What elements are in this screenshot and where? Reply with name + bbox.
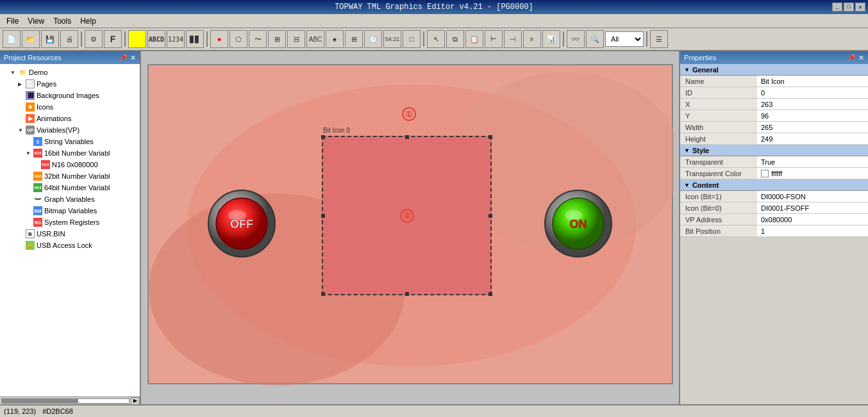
minimize-button[interactable]: _	[832, 3, 842, 12]
selected-element[interactable]: Bit Icon 0 ②	[322, 136, 492, 295]
menu-help[interactable]: Help	[76, 15, 100, 27]
grid2-tool[interactable]: ⊟	[287, 30, 305, 48]
menu-file[interactable]: File	[3, 15, 22, 27]
cursor-tool[interactable]: ↖	[427, 30, 445, 48]
handle-mr[interactable]	[488, 214, 492, 218]
scroll-right[interactable]: ▶	[131, 397, 140, 405]
panel-scrollbar[interactable]: ▶	[0, 397, 140, 404]
number-btn[interactable]: 1234	[167, 30, 185, 48]
tree-item-graphvars[interactable]: 〰 Graph Variables	[0, 193, 140, 205]
prop-width-value[interactable]: 265	[757, 122, 868, 133]
clock-tool[interactable]: 🕐	[364, 30, 382, 48]
paste-tool[interactable]: 📋	[465, 30, 483, 48]
copy-tool[interactable]: ⧉	[446, 30, 464, 48]
prop-name-value[interactable]: Bit Icon	[757, 76, 868, 86]
tree-label-bmpvars: Bitmap Variables	[44, 207, 97, 215]
close-props-icon[interactable]: ✕	[858, 54, 864, 62]
section-style[interactable]: ▼ Style	[680, 145, 868, 156]
print-button[interactable]: 🖨	[60, 30, 78, 48]
arrow-style: ▼	[684, 147, 690, 154]
handle-bm[interactable]	[405, 292, 409, 296]
tree-item-icons[interactable]: ★ Icons	[0, 101, 140, 113]
new-button[interactable]: 📄	[3, 30, 21, 48]
pin-props-icon[interactable]: 📌	[847, 54, 856, 62]
handle-ml[interactable]	[321, 214, 325, 218]
tree-item-n16sub[interactable]: N16 N16 0x080000	[0, 159, 140, 170]
section-general[interactable]: ▼ General	[680, 64, 868, 76]
tree-label-n16vars: 16bit Number Variabl	[44, 149, 110, 157]
color-btn[interactable]	[128, 30, 146, 48]
usb-icon: 🔒	[26, 241, 35, 250]
poly-tool[interactable]: ⬠	[230, 30, 247, 48]
annotation-2: ②	[400, 209, 414, 223]
page-select[interactable]: All	[605, 31, 644, 47]
prop-y-value[interactable]: 96	[757, 110, 868, 121]
prop-x-label: X	[680, 99, 757, 110]
rect-tool[interactable]: □	[403, 30, 421, 48]
canvas[interactable]: ① Bit Icon 0 ②	[147, 64, 673, 384]
text-btn[interactable]: ABCD	[147, 30, 165, 48]
section-content[interactable]: ▼ Content ④	[680, 179, 868, 191]
tree-item-demo[interactable]: ▼ 📁 Demo	[0, 67, 140, 78]
wave-tool[interactable]: 〜	[249, 30, 267, 48]
grid-tool[interactable]: ⊞	[268, 30, 286, 48]
maximize-button[interactable]: □	[844, 3, 854, 12]
text2-tool[interactable]: ABC	[306, 30, 324, 48]
timer-tool[interactable]: 54:21	[383, 30, 401, 48]
close-button[interactable]: ✕	[855, 3, 865, 12]
settings-button[interactable]: ⚙	[85, 30, 103, 48]
bar-btn[interactable]: ▊▊	[186, 30, 204, 48]
annotation-1: ①	[402, 107, 416, 121]
tree-item-usrbin[interactable]: B USR.BIN	[0, 228, 140, 240]
chart-btn[interactable]: 📊	[542, 30, 560, 48]
prop-transp-color-value[interactable]: ffffff	[757, 168, 868, 179]
tree-item-varsvp[interactable]: ▼ VP Variables(VP)	[0, 124, 140, 136]
prop-width: Width 265	[680, 122, 868, 133]
tree-item-pages[interactable]: ▶ 📄 Pages	[0, 78, 140, 90]
canvas-area[interactable]: ① Bit Icon 0 ②	[141, 51, 679, 404]
distribute-h[interactable]: ⊧	[523, 30, 541, 48]
prop-bit-pos-value[interactable]: 1	[757, 225, 868, 236]
menu-view[interactable]: View	[24, 15, 48, 27]
svg-text:ON: ON	[570, 218, 587, 231]
circle-tool[interactable]: ●	[210, 30, 228, 48]
tree-item-anims[interactable]: ▶ Animations	[0, 113, 140, 124]
handle-tl[interactable]	[321, 135, 325, 139]
prop-height-value[interactable]: 249	[757, 133, 868, 144]
menu-btn[interactable]: ☰	[650, 30, 668, 48]
toolbar-sep2	[124, 31, 126, 47]
tree-item-n64vars[interactable]: N64 64bit Number Variabl	[0, 182, 140, 193]
prop-x-value[interactable]: 263	[757, 99, 868, 110]
prop-icon-bit0-value[interactable]: DI0001-FSOFF	[757, 202, 868, 213]
preview-btn[interactable]: 👓	[567, 30, 585, 48]
tree-item-sysreg[interactable]: RG System Registers	[0, 217, 140, 228]
handle-br[interactable]	[488, 292, 492, 296]
tree-item-strvars[interactable]: S String Variables	[0, 136, 140, 147]
prop-icon-bit1-value[interactable]: DI0000-FSON	[757, 191, 868, 202]
save-button[interactable]: 💾	[41, 30, 59, 48]
open-button[interactable]: 📂	[22, 30, 40, 48]
tree-item-bgimages[interactable]: 🖼 Background Images	[0, 90, 140, 101]
font-button[interactable]: F	[104, 30, 122, 48]
tree-label-demo: Demo	[29, 69, 47, 76]
prop-id-value[interactable]: 0	[757, 87, 868, 98]
pin-icon[interactable]: 📌	[119, 54, 128, 62]
off-button-widget[interactable]: OFF	[206, 188, 277, 259]
tree-item-n32vars[interactable]: N32 32bit Number Variabl	[0, 170, 140, 182]
close-panel-icon[interactable]: ✕	[130, 54, 136, 62]
align-left[interactable]: ⊢	[485, 30, 503, 48]
sim-btn[interactable]: 🔍	[586, 30, 604, 48]
table-tool[interactable]: ⊞	[345, 30, 363, 48]
tree-item-bmpvars[interactable]: BM Bitmap Variables	[0, 205, 140, 217]
spade-tool[interactable]: ♠	[326, 30, 344, 48]
handle-tr[interactable]	[488, 135, 492, 139]
handle-tm[interactable]	[405, 135, 409, 139]
prop-vp-addr-value[interactable]: 0x080000	[757, 214, 868, 225]
prop-transparent-value[interactable]: True	[757, 156, 868, 167]
menu-tools[interactable]: Tools	[49, 15, 75, 27]
on-button-widget[interactable]: ON	[543, 188, 613, 259]
tree-item-n16vars[interactable]: ▼ N16 16bit Number Variabl	[0, 147, 140, 159]
tree-item-usb[interactable]: 🔒 USB Access Lock	[0, 240, 140, 251]
handle-bl[interactable]	[321, 292, 325, 296]
align-right[interactable]: ⊣	[504, 30, 522, 48]
